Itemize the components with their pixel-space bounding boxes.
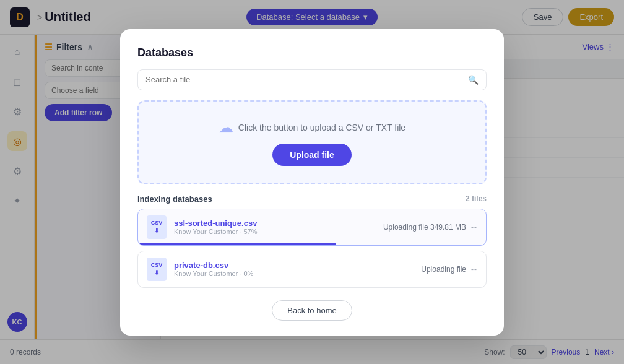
modal-footer: Back to home	[137, 298, 487, 321]
search-icon: 🔍	[468, 75, 479, 85]
modal-dialog: Databases 🔍 ☁ Click the button to upload…	[120, 29, 504, 336]
file-item-2[interactable]: CSV ⬇ private-db.csv Know Your Customer …	[137, 251, 487, 288]
file-status-1: Uploading file 349.81 MB --	[383, 223, 477, 232]
file-icon-1: CSV ⬇	[147, 215, 167, 239]
file-status-text-1: Uploading file 349.81 MB	[383, 223, 466, 232]
indexing-title: Indexing databases	[137, 194, 212, 204]
modal-overlay[interactable]: Databases 🔍 ☁ Click the button to upload…	[0, 0, 624, 364]
modal-search-row: 🔍	[137, 69, 487, 90]
file-name-2: private-db.csv	[174, 261, 414, 270]
upload-cloud-icon: ☁	[219, 119, 233, 136]
file-dots-1: --	[471, 223, 477, 232]
upload-hint: ☁ Click the button to upload a CSV or TX…	[219, 119, 405, 136]
upload-zone: ☁ Click the button to upload a CSV or TX…	[137, 100, 487, 184]
file-meta-1: Know Your Customer · 57%	[174, 228, 376, 235]
file-dots-2: --	[471, 265, 477, 274]
files-count: 2 files	[466, 194, 487, 204]
file-status-2: Uploading file --	[421, 265, 477, 274]
file-info-2: private-db.csv Know Your Customer · 0%	[174, 261, 414, 277]
file-status-text-2: Uploading file	[421, 265, 466, 274]
back-home-button[interactable]: Back to home	[272, 300, 352, 321]
modal-search-input[interactable]	[145, 75, 468, 84]
indexing-section: Indexing databases 2 files CSV ⬇ ssl-sor…	[137, 194, 487, 288]
file-progress-bar-1	[138, 243, 336, 245]
upload-hint-text: Click the button to upload a CSV or TXT …	[238, 123, 405, 132]
file-icon-2: CSV ⬇	[147, 258, 167, 281]
upload-file-button[interactable]: Upload file	[272, 144, 352, 166]
file-info-1: ssl-sorted-unique.csv Know Your Customer…	[174, 219, 376, 235]
file-name-1: ssl-sorted-unique.csv	[174, 219, 376, 228]
modal-title: Databases	[137, 46, 487, 59]
file-meta-2: Know Your Customer · 0%	[174, 270, 414, 277]
file-item-1[interactable]: CSV ⬇ ssl-sorted-unique.csv Know Your Cu…	[137, 209, 487, 246]
indexing-header: Indexing databases 2 files	[137, 194, 487, 204]
